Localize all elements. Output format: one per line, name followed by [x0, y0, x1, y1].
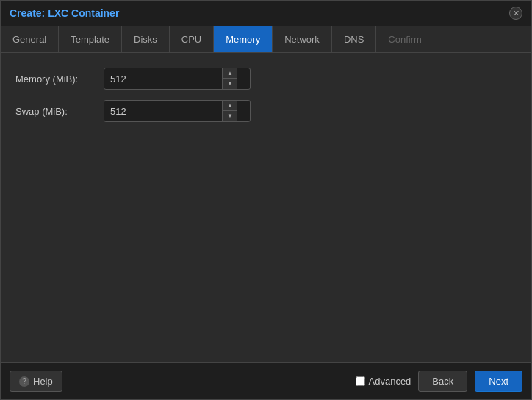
back-button[interactable]: Back	[418, 371, 467, 392]
swap-row: Swap (MiB): ▲ ▼	[15, 100, 517, 122]
swap-input[interactable]	[104, 102, 222, 121]
memory-row: Memory (MiB): ▲ ▼	[15, 68, 517, 90]
memory-label: Memory (MiB):	[15, 74, 104, 85]
tab-confirm[interactable]: Confirm	[376, 26, 434, 52]
swap-label: Swap (MiB):	[15, 106, 104, 117]
tab-network[interactable]: Network	[273, 26, 332, 52]
close-button[interactable]: ✕	[509, 7, 522, 20]
window-title: Create: LXC Container	[10, 7, 119, 19]
memory-down-button[interactable]: ▼	[223, 79, 237, 89]
tab-memory[interactable]: Memory	[214, 26, 273, 52]
tab-general[interactable]: General	[1, 26, 59, 52]
help-icon: ?	[19, 376, 29, 387]
main-window: Create: LXC Container ✕ General Template…	[0, 0, 532, 400]
next-button[interactable]: Next	[475, 371, 522, 392]
advanced-checkbox-label: Advanced	[356, 376, 411, 387]
memory-spinner: ▲ ▼	[104, 68, 251, 90]
tab-template[interactable]: Template	[59, 26, 122, 52]
memory-input[interactable]	[104, 70, 222, 88]
advanced-checkbox[interactable]	[356, 376, 365, 386]
tab-cpu[interactable]: CPU	[170, 26, 214, 52]
tab-dns[interactable]: DNS	[332, 26, 376, 52]
advanced-label: Advanced	[369, 376, 411, 387]
memory-up-button[interactable]: ▲	[223, 68, 237, 79]
swap-up-button[interactable]: ▲	[223, 101, 237, 111]
help-button[interactable]: ? Help	[10, 371, 62, 392]
footer-right: Advanced Back Next	[356, 371, 522, 392]
swap-spinner: ▲ ▼	[104, 100, 251, 122]
footer: ? Help Advanced Back Next	[1, 362, 531, 399]
close-icon: ✕	[513, 9, 520, 18]
swap-arrows: ▲ ▼	[222, 101, 237, 121]
tab-bar: General Template Disks CPU Memory Networ…	[1, 26, 531, 53]
memory-arrows: ▲ ▼	[222, 68, 237, 89]
tab-disks[interactable]: Disks	[122, 26, 170, 52]
help-label: Help	[33, 376, 53, 387]
content-area: Memory (MiB): ▲ ▼ Swap (MiB): ▲ ▼	[1, 53, 531, 362]
swap-down-button[interactable]: ▼	[223, 111, 237, 121]
title-bar: Create: LXC Container ✕	[1, 1, 531, 26]
